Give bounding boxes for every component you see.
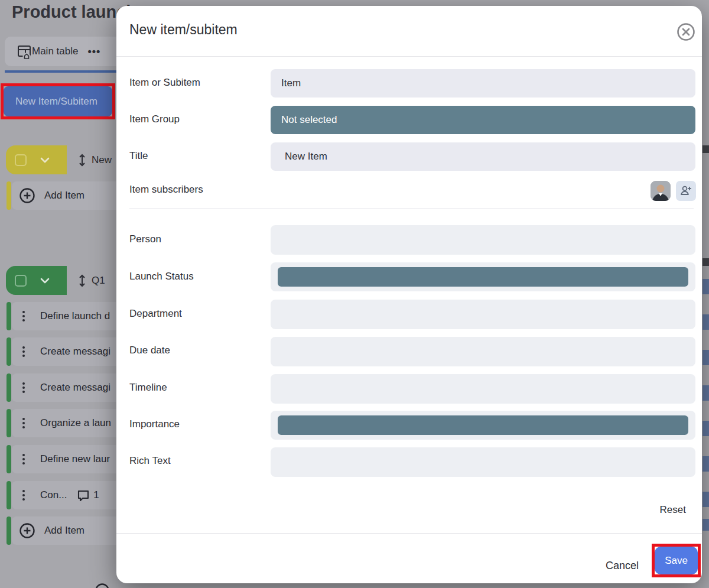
department-field[interactable] <box>271 300 695 329</box>
item-or-subitem-select[interactable]: Item <box>271 69 695 98</box>
table-row[interactable]: Con... 1 <box>12 481 116 509</box>
item-group-select[interactable]: Not selected <box>271 106 695 134</box>
group-checkbox[interactable] <box>15 154 27 166</box>
launch-status-color-bar[interactable] <box>278 267 688 287</box>
table-row[interactable]: Create messagi <box>12 373 116 402</box>
title-input[interactable]: New Item <box>271 142 695 171</box>
tab-main-table-label: Main table <box>32 46 78 57</box>
plus-circle-icon <box>19 522 35 539</box>
item-label: Define launch d <box>40 310 110 322</box>
reset-button[interactable]: Reset <box>660 504 686 516</box>
sort-arrows-icon <box>78 274 86 287</box>
edge-content-fragment <box>703 421 709 436</box>
plus-circle-icon <box>19 187 35 204</box>
group-title-q1[interactable]: Q1 <box>70 266 116 295</box>
edge-content-fragment <box>703 456 709 472</box>
highlight-box-save: Save <box>652 544 701 577</box>
field-label-item-group: Item Group <box>129 113 180 126</box>
due-date-field[interactable] <box>271 337 695 366</box>
importance-color-bar[interactable] <box>278 415 688 435</box>
group-header-q1[interactable] <box>6 266 67 295</box>
edge-content-fragment <box>703 350 709 365</box>
table-row[interactable]: Define launch d <box>12 302 116 330</box>
edge-content-fragment <box>703 145 709 153</box>
field-label-launch-status: Launch Status <box>129 271 194 284</box>
item-label: Define new laur <box>40 453 110 465</box>
close-icon[interactable] <box>677 22 695 41</box>
person-field[interactable] <box>271 225 695 255</box>
comment-count: 1 <box>93 489 99 501</box>
person-add-icon <box>679 184 692 197</box>
item-label: Create messagi <box>40 346 110 358</box>
edge-content-fragment <box>703 519 709 531</box>
add-item-label: Add Item <box>44 525 84 537</box>
item-color-strip <box>6 337 11 366</box>
edge-content-fragment <box>703 279 709 294</box>
item-label: Create messagi <box>40 382 110 394</box>
add-item-row[interactable]: Add Item <box>12 516 116 545</box>
field-label-item-or-subitem: Item or Subitem <box>129 77 200 90</box>
chevron-down-icon[interactable] <box>40 157 50 164</box>
edge-content-fragment <box>703 258 709 266</box>
tab-active-underline <box>5 70 116 73</box>
tab-more-icon[interactable]: ••• <box>87 46 100 58</box>
edge-content-fragment <box>703 314 709 330</box>
field-label-department: Department <box>129 308 182 321</box>
field-label-rich-text: Rich Text <box>129 455 171 468</box>
item-color-strip <box>6 302 11 330</box>
chevron-down-icon[interactable] <box>40 277 50 284</box>
cancel-button[interactable]: Cancel <box>604 553 640 578</box>
item-label: Organize a laun <box>40 417 111 429</box>
item-color-strip <box>6 409 11 437</box>
field-label-person: Person <box>129 233 161 246</box>
group-color-strip <box>6 516 11 545</box>
table-row[interactable]: Define new laur <box>12 445 116 473</box>
save-button[interactable]: Save <box>655 547 698 574</box>
kebab-menu-icon[interactable] <box>22 382 25 393</box>
item-label: Con... <box>40 489 67 501</box>
header-divider <box>116 56 702 57</box>
table-row[interactable]: Create messagi <box>12 337 116 366</box>
field-label-importance: Importance <box>129 418 180 431</box>
rich-text-field[interactable] <box>271 447 695 477</box>
avatar-photo <box>651 181 671 201</box>
item-color-strip <box>6 481 11 509</box>
add-subscriber-button[interactable] <box>676 181 696 201</box>
group-checkbox[interactable] <box>15 275 27 287</box>
kebab-menu-icon[interactable] <box>22 311 25 321</box>
new-item-modal: New item/subitem Item or Subitem Item It… <box>116 6 702 583</box>
avatar[interactable] <box>651 181 671 201</box>
item-color-strip <box>6 445 11 473</box>
group-header-new[interactable] <box>6 145 67 174</box>
add-item-label: Add Item <box>44 190 84 202</box>
tab-main-table[interactable]: Main table ••• <box>5 37 116 66</box>
field-label-title: Title <box>129 150 148 163</box>
table-row[interactable]: Organize a laun <box>12 409 116 437</box>
sort-arrows-icon <box>78 154 86 167</box>
group-name-label: New <box>92 154 112 166</box>
group-name-label: Q1 <box>92 275 105 287</box>
add-item-row[interactable]: Add Item <box>12 181 116 210</box>
field-label-due-date: Due date <box>129 345 170 358</box>
kebab-menu-icon[interactable] <box>22 454 25 464</box>
footer-divider <box>116 533 702 534</box>
section-divider <box>129 208 694 209</box>
timeline-field[interactable] <box>271 374 695 404</box>
field-label-item-subscribers: Item subscribers <box>129 184 203 197</box>
kebab-menu-icon[interactable] <box>22 346 25 357</box>
kebab-menu-icon[interactable] <box>22 490 25 501</box>
main-table-icon <box>17 44 32 60</box>
group-color-strip <box>6 181 11 210</box>
highlight-box-new-item: New Item/Subitem <box>1 83 115 119</box>
field-label-timeline: Timeline <box>129 382 167 395</box>
plus-circle-icon <box>95 583 110 588</box>
new-item-subitem-button[interactable]: New Item/Subitem <box>4 86 112 116</box>
edge-content-fragment <box>703 492 709 507</box>
edge-content-fragment <box>703 385 709 401</box>
comment-bubble-icon[interactable] <box>76 488 90 502</box>
kebab-menu-icon[interactable] <box>22 418 25 428</box>
modal-title: New item/subitem <box>129 22 238 38</box>
group-title-new[interactable]: New <box>70 145 116 174</box>
item-color-strip <box>6 373 11 402</box>
